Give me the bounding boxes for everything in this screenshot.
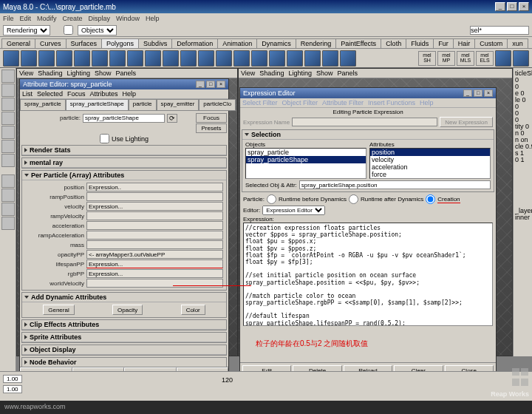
ee-filter2[interactable]: Object Filter [282, 99, 318, 106]
tab-hair[interactable]: Hair [453, 38, 476, 48]
btn-opacity[interactable]: Opacity [112, 305, 143, 315]
shelf-icon[interactable] [198, 50, 214, 67]
radio-before[interactable] [267, 194, 276, 204]
mel-btn[interactable]: melMLS [457, 51, 474, 66]
pp-position[interactable] [86, 183, 223, 191]
shelf-icon[interactable] [513, 50, 529, 67]
ae-tab-3[interactable]: particle [129, 99, 157, 111]
range-start2[interactable]: 1.00 [3, 385, 22, 393]
ae-focus[interactable]: Focus [67, 90, 86, 98]
tab-subdivs[interactable]: Subdivs [138, 38, 172, 48]
editor-dropdown[interactable]: Expression Editor [262, 206, 325, 215]
shelf-icon[interactable] [56, 50, 72, 67]
particle-name-input[interactable] [83, 114, 165, 123]
sec-mental-ray[interactable]: mental ray [22, 158, 226, 168]
vp-view[interactable]: View [19, 69, 33, 77]
sec-per-particle[interactable]: Per Particle (Array) Attributes [22, 171, 226, 180]
pp-rampAccel[interactable] [86, 231, 223, 240]
panel-min-icon[interactable]: _ [463, 89, 472, 97]
presets-button[interactable]: Presets [196, 123, 227, 133]
panel-min-icon[interactable]: _ [196, 81, 205, 88]
ae-tab-5[interactable]: particleClo [199, 99, 236, 111]
vp-panels[interactable]: Panels [115, 69, 136, 77]
ae-tab-4[interactable]: spay_emitter [157, 99, 200, 111]
ee-insert[interactable]: Insert Functions [368, 99, 415, 106]
sec-node[interactable]: Node Behavior [22, 358, 226, 367]
shelf-icon[interactable] [109, 50, 126, 67]
ae-tab-1[interactable]: spray_particle [20, 99, 66, 111]
lasso-tool[interactable] [1, 84, 15, 97]
maximize-btn[interactable]: □ [507, 2, 517, 11]
vp-lighting[interactable]: Lighting [288, 69, 312, 77]
layout-persp[interactable] [1, 203, 15, 216]
pp-accel[interactable] [86, 221, 223, 230]
select-tool[interactable] [1, 69, 15, 83]
new-expr-btn[interactable]: New Expression [440, 117, 493, 127]
shelf-icon[interactable] [180, 50, 197, 67]
tab-curves[interactable]: Curves [35, 38, 66, 48]
exprname-input[interactable] [292, 118, 437, 126]
vp-lighting[interactable]: Lighting [66, 69, 90, 77]
last-tool[interactable] [1, 154, 15, 167]
mel-btn[interactable]: melSH [418, 51, 436, 66]
shelf-icon[interactable] [304, 50, 321, 67]
pp-lifespanPP[interactable] [86, 259, 223, 268]
sec-render-stats[interactable]: Render Stats [22, 146, 226, 155]
use-lighting-check[interactable] [100, 134, 109, 143]
scale-tool[interactable] [1, 126, 15, 139]
btn-color[interactable]: Color [181, 305, 205, 315]
ae-list[interactable]: List [22, 90, 33, 98]
menu-file[interactable]: File [3, 15, 14, 22]
tab-cloth[interactable]: Cloth [381, 38, 406, 48]
shelf-icon[interactable] [3, 50, 19, 67]
panel-max-icon[interactable]: □ [474, 89, 482, 97]
range-start[interactable]: 1.00 [3, 375, 22, 383]
layout-outln[interactable] [1, 217, 15, 230]
layout-four[interactable] [1, 189, 15, 202]
shelf-icon[interactable] [322, 50, 338, 67]
vp-shading[interactable]: Shading [259, 69, 284, 77]
objects-list[interactable]: spray_particle spray_particleShape [245, 148, 366, 179]
shelf-icon[interactable] [21, 50, 37, 67]
selobj-input[interactable] [299, 180, 491, 189]
tab-dyn[interactable]: Dynamics [256, 38, 296, 48]
shelf-icon[interactable] [287, 50, 303, 67]
shelf-icon[interactable] [38, 50, 55, 67]
radio-creation[interactable] [426, 194, 435, 204]
layout-single[interactable] [1, 174, 15, 188]
pp-rampPos[interactable] [86, 192, 223, 201]
panel-max-icon[interactable]: □ [206, 81, 215, 88]
minimize-btn[interactable]: _ [495, 2, 505, 11]
shelf-icon[interactable] [216, 50, 232, 67]
sec-sprite[interactable]: Sprite Attributes [22, 333, 226, 342]
sec-objdisp[interactable]: Object Display [22, 345, 226, 355]
sel-input[interactable] [470, 26, 529, 35]
timeline[interactable]: 1.00 1.00 120 [0, 371, 532, 401]
ee-filter1[interactable]: Select Filter [242, 99, 278, 106]
close-btn[interactable]: × [519, 2, 529, 11]
tab-deform[interactable]: Deformation [171, 38, 218, 48]
pp-rampVel[interactable] [86, 211, 223, 220]
menu-create[interactable]: Create [63, 15, 83, 22]
mel-btn[interactable]: melELS [476, 51, 494, 66]
vp-show[interactable]: Show [316, 69, 333, 77]
pp-opacityPP[interactable] [86, 250, 223, 259]
shelf-icon[interactable] [163, 50, 179, 67]
ae-tab-2[interactable]: spray_particleShape [66, 99, 129, 111]
mel-btn[interactable]: melMP [437, 51, 455, 66]
tab-anim[interactable]: Animation [217, 38, 257, 48]
tab-polygons[interactable]: Polygons [101, 38, 139, 48]
tab-render[interactable]: Rendering [296, 38, 337, 48]
tab-custom[interactable]: Custom [474, 38, 508, 48]
ae-selected[interactable]: Selected [37, 90, 63, 98]
panel-close-icon[interactable]: × [216, 81, 225, 88]
shelf-icon[interactable] [340, 50, 356, 67]
mode-dropdown[interactable]: Rendering [3, 25, 50, 35]
shelf-icon[interactable] [145, 50, 161, 67]
vp-shading[interactable]: Shading [38, 69, 62, 77]
shelf-icon[interactable] [269, 50, 285, 67]
manip-tool[interactable] [1, 140, 15, 153]
go-icon[interactable]: ⟳ [167, 114, 177, 123]
pp-mass[interactable] [86, 240, 223, 249]
shelf-icon[interactable] [92, 50, 108, 67]
